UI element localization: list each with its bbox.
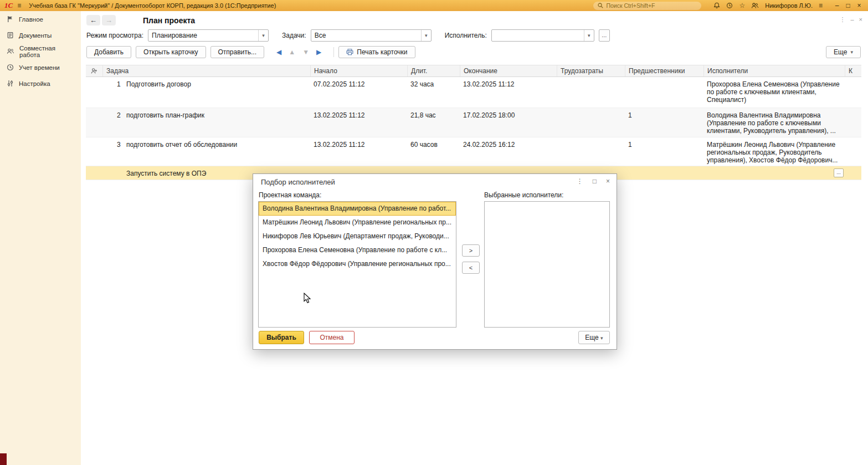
nav-forward-button[interactable]: → (102, 15, 116, 25)
move-left-arrow-icon[interactable]: ◀ (276, 48, 281, 56)
task-labor (557, 77, 625, 108)
search-icon (598, 3, 603, 8)
dialog-more-button[interactable]: Еще ▾ (578, 331, 610, 344)
send-button[interactable]: Отправить... (210, 46, 265, 58)
column-header-labor[interactable]: Трудозатраты (557, 65, 625, 76)
settings-sliders-icon (7, 80, 14, 87)
minimize-button[interactable]: – (833, 2, 841, 9)
sidebar-item-label: Документы (19, 32, 52, 39)
column-header-task[interactable]: Задача (102, 65, 310, 76)
table-row[interactable]: 3подготовить отчет об обследовании 13.02… (86, 137, 861, 166)
sidebar-item-settings[interactable]: Настройка (0, 75, 81, 91)
nav-back-button[interactable]: ← (86, 15, 100, 25)
chevron-down-icon[interactable]: ▾ (421, 30, 431, 41)
task-predecessors (625, 77, 703, 108)
history-icon[interactable] (726, 2, 733, 9)
table-row[interactable]: 1Подготовить договор 07.02.2025 11:12 32… (86, 77, 861, 108)
add-button[interactable]: Добавить (86, 46, 131, 58)
tasks-filter-select[interactable]: Все ▾ (311, 29, 432, 42)
user-menu-icon[interactable]: ≡ (819, 2, 823, 9)
collaboration-users-icon (7, 48, 14, 55)
cancel-button[interactable]: Отмена (309, 331, 355, 344)
task-labor (557, 137, 625, 166)
main-menu-icon[interactable]: ≡ (17, 2, 21, 9)
project-team-list: Володина Валентина Владимировна (Управле… (258, 201, 456, 328)
task-executors: Прохорова Елена Семеновна (Управление по… (703, 77, 845, 108)
dialog-maximize-icon[interactable]: □ (593, 177, 597, 185)
more-button[interactable]: Еще ▾ (826, 46, 861, 58)
form-close-icon[interactable]: × (859, 16, 862, 23)
selected-executors-list[interactable] (484, 201, 610, 328)
executor-choose-button[interactable]: ... (599, 29, 610, 42)
task-executors: Матрёшкин Леонид Львович (Управление рег… (703, 137, 845, 166)
notifications-bell-icon[interactable] (713, 2, 720, 9)
sidebar-item-documents[interactable]: Документы (0, 27, 81, 43)
move-to-selected-button[interactable]: > (462, 244, 480, 257)
column-header-predecessors[interactable]: Предшественники (625, 65, 703, 76)
task-labor (557, 108, 625, 137)
list-item[interactable]: Прохорова Елена Семеновна (Управление по… (259, 243, 456, 257)
chevron-down-icon[interactable]: ▾ (258, 30, 268, 41)
view-mode-select[interactable]: Планирование ▾ (148, 29, 269, 42)
sidebar-item-label: Учет времени (19, 64, 60, 71)
chevron-down-icon: ▾ (850, 49, 853, 55)
select-button[interactable]: Выбрать (259, 331, 304, 344)
task-name: Подготовить договор (126, 80, 191, 88)
maximize-button[interactable]: □ (844, 2, 852, 9)
favorites-star-icon[interactable]: ☆ (739, 2, 745, 9)
task-predecessors: 1 (625, 137, 703, 166)
executor-filter-label: Исполнитель: (445, 32, 487, 39)
list-item[interactable]: Матрёшкин Леонид Львович (Управление рег… (259, 216, 456, 229)
dialog-close-icon[interactable]: × (606, 177, 610, 185)
sidebar-item-time-tracking[interactable]: Учет времени (0, 59, 81, 75)
column-header-k[interactable]: К (845, 65, 861, 76)
tasks-filter-label: Задачи: (282, 32, 306, 39)
move-from-selected-button[interactable]: < (462, 262, 480, 274)
task-number: 3 (117, 141, 122, 149)
dialog-more-icon[interactable]: ⋮ (577, 177, 583, 185)
global-search-input[interactable]: Поиск Ctrl+Shift+F (593, 2, 701, 10)
task-duration: 32 часа (407, 77, 460, 108)
sidebar-item-label: Совместная работа (19, 45, 74, 58)
move-down-arrow-icon[interactable]: ▼ (302, 48, 309, 56)
table-row[interactable]: 2подготовить план-график 13.02.2025 11:1… (86, 108, 861, 137)
executors-choose-button[interactable]: ... (834, 168, 844, 177)
column-header-end[interactable]: Окончание (460, 65, 557, 76)
task-end: 24.02.2025 16:12 (460, 137, 557, 166)
move-right-arrow-icon[interactable]: ▶ (316, 48, 321, 56)
form-minimize-icon[interactable]: – (850, 16, 854, 23)
current-user[interactable]: Никифоров Л.Ю. (765, 2, 813, 9)
chevron-down-icon[interactable]: ▾ (584, 30, 594, 41)
form-more-icon[interactable]: ⋮ (839, 16, 845, 23)
task-executors (703, 166, 845, 180)
close-button[interactable]: × (855, 2, 864, 9)
sidebar-item-main[interactable]: Главное (0, 11, 81, 27)
discussions-users-icon[interactable] (751, 2, 759, 9)
table-header-row: Задача Начало Длит. Окончание Трудозатра… (86, 65, 861, 77)
task-number: 1 (117, 80, 122, 88)
window-title: Учебная база ГК "Меркурий" / Документооб… (29, 2, 276, 9)
list-item[interactable]: Хвостов Фёдор Фёдорович (Управление реги… (259, 257, 456, 271)
list-item[interactable]: Володина Валентина Владимировна (Управле… (259, 202, 456, 216)
move-up-arrow-icon[interactable]: ▲ (289, 48, 295, 56)
clock-icon (7, 64, 14, 71)
task-name: подготовить план-график (126, 111, 204, 119)
column-header-duration[interactable]: Длит. (407, 65, 460, 76)
column-header-executors[interactable]: Исполнители (703, 65, 845, 76)
chevron-down-icon: ▾ (600, 335, 603, 341)
titlebar: 1С ≡ Учебная база ГК "Меркурий" / Докуме… (0, 0, 868, 11)
person-icon (91, 68, 97, 74)
open-card-button[interactable]: Открыть карточку (136, 46, 206, 58)
printer-icon (346, 49, 353, 55)
dialog-title: Подбор исполнителей (261, 178, 335, 186)
executor-picker-dialog: Подбор исполнителей ⋮ □ × Проектная кома… (253, 173, 617, 350)
task-start: 13.02.2025 11:12 (310, 108, 407, 137)
sidebar-item-collaboration[interactable]: Совместная работа (0, 43, 81, 59)
print-card-button[interactable]: Печать карточки (338, 46, 415, 58)
toolbar-separator (333, 47, 334, 57)
executor-filter-input[interactable]: ▾ (491, 29, 594, 42)
list-item[interactable]: Никифоров Лев Юрьевич (Департамент прода… (259, 229, 456, 243)
person-column-header[interactable] (86, 65, 102, 76)
column-header-start[interactable]: Начало (310, 65, 407, 76)
flag-icon (7, 16, 14, 23)
